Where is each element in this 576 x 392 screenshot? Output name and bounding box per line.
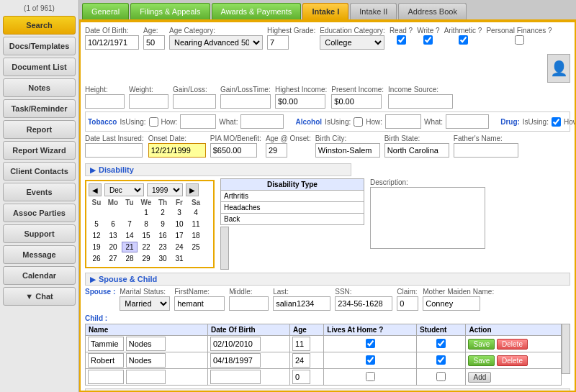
- height-input[interactable]: [85, 94, 125, 109]
- child-student-checkbox-2[interactable]: [436, 355, 446, 365]
- cal-cell[interactable]: 3: [171, 207, 187, 218]
- docs-templates-button[interactable]: Docs/Templates: [3, 37, 76, 55]
- cal-cell[interactable]: 15: [138, 230, 154, 241]
- cal-month-select[interactable]: Dec: [104, 183, 144, 196]
- arithmetic-checkbox[interactable]: [459, 35, 468, 45]
- cal-cell[interactable]: 26: [89, 253, 104, 264]
- disability-row[interactable]: Headaches: [221, 202, 364, 214]
- drug-isusing-checkbox[interactable]: [552, 117, 561, 127]
- cal-cell[interactable]: 25: [188, 242, 204, 252]
- tab-intake1[interactable]: Intake I: [302, 3, 348, 19]
- alcohol-isusing-checkbox[interactable]: [354, 117, 363, 127]
- highest-grade-input[interactable]: [267, 35, 289, 50]
- child-delete-button-2[interactable]: Delete: [497, 355, 528, 366]
- child-student-checkbox-1[interactable]: [436, 339, 446, 348]
- birth-state-input[interactable]: [384, 143, 449, 158]
- dob-input[interactable]: [85, 35, 139, 50]
- highest-income-input[interactable]: [275, 94, 325, 109]
- support-button[interactable]: Support: [3, 224, 76, 243]
- income-source-input[interactable]: [388, 94, 453, 109]
- cal-cell[interactable]: 18: [188, 230, 204, 241]
- cal-cell[interactable]: 29: [138, 253, 154, 264]
- disability-row[interactable]: Back: [221, 214, 364, 225]
- cal-cell[interactable]: 30: [155, 253, 171, 264]
- cal-prev-button[interactable]: ◀: [89, 183, 102, 196]
- gain-loss-time-input[interactable]: [220, 94, 271, 109]
- message-button[interactable]: Message: [3, 245, 76, 264]
- spouse-last-input[interactable]: [273, 296, 330, 311]
- tab-awards[interactable]: Awards & Payments: [212, 3, 302, 19]
- cal-cell[interactable]: 9: [155, 219, 171, 229]
- spouse-middle-input[interactable]: [229, 296, 269, 311]
- cal-cell[interactable]: 24: [171, 242, 187, 252]
- tab-intake2[interactable]: Intake II: [350, 3, 397, 19]
- fathers-name-input[interactable]: [454, 143, 518, 158]
- birth-city-input[interactable]: [315, 143, 380, 158]
- cal-cell[interactable]: 12: [89, 230, 104, 241]
- age-cat-select[interactable]: Nearing Advanced 50: [169, 35, 263, 50]
- claim-input[interactable]: [397, 296, 418, 311]
- date-last-insured-input[interactable]: [85, 143, 143, 158]
- age-input[interactable]: [143, 35, 165, 50]
- cal-cell[interactable]: 16: [155, 230, 171, 241]
- calendar-button[interactable]: Calendar: [3, 266, 76, 285]
- cal-cell[interactable]: 7: [122, 219, 138, 229]
- child-first-input-2[interactable]: [88, 353, 124, 368]
- notes-button[interactable]: Notes: [3, 78, 76, 97]
- spouse-child-section-header[interactable]: ▶ Spouse & Child: [85, 273, 570, 286]
- child-lives-checkbox-2[interactable]: [366, 355, 375, 365]
- cal-cell[interactable]: 5: [89, 219, 104, 229]
- chat-button[interactable]: ▼ Chat: [3, 287, 76, 306]
- spouse-firstname-input[interactable]: [174, 296, 225, 311]
- child-delete-button-1[interactable]: Delete: [497, 339, 528, 350]
- disability-scrollbar[interactable]: [220, 227, 229, 270]
- cal-cell[interactable]: 6: [105, 219, 121, 229]
- read-checkbox[interactable]: [397, 35, 406, 45]
- cal-next-button[interactable]: ▶: [186, 183, 199, 196]
- tab-address[interactable]: Address Book: [398, 3, 466, 19]
- cal-cell[interactable]: [105, 207, 121, 218]
- tab-filings[interactable]: Filings & Appeals: [130, 3, 210, 19]
- cal-cell[interactable]: 2: [155, 207, 171, 218]
- alcohol-how-input[interactable]: [385, 114, 421, 129]
- child-last-input-3[interactable]: [126, 370, 166, 384]
- cal-cell[interactable]: 23: [155, 242, 171, 252]
- child-dob-input-1[interactable]: [210, 337, 261, 351]
- cal-cell[interactable]: 20: [105, 242, 121, 252]
- weight-input[interactable]: [129, 94, 168, 109]
- write-checkbox[interactable]: [423, 35, 433, 45]
- child-lives-checkbox-1[interactable]: [366, 339, 375, 348]
- pia-mo-input[interactable]: [210, 143, 257, 158]
- tobacco-how-input[interactable]: [180, 114, 216, 129]
- child-last-input-2[interactable]: [126, 353, 166, 368]
- child-scrollbar[interactable]: [562, 324, 570, 374]
- disability-section-header[interactable]: ▶ Disability: [85, 163, 351, 176]
- tab-general[interactable]: General: [82, 3, 129, 19]
- cal-cell[interactable]: [89, 207, 104, 218]
- cal-cell[interactable]: 17: [171, 230, 187, 241]
- age-onset-input[interactable]: [266, 143, 287, 158]
- tobacco-isusing-checkbox[interactable]: [149, 117, 158, 127]
- cal-cell[interactable]: 1: [138, 207, 154, 218]
- tobacco-what-input[interactable]: [240, 114, 284, 129]
- edu-cat-select[interactable]: College: [320, 35, 384, 50]
- cal-cell[interactable]: [188, 253, 204, 264]
- gain-loss-input[interactable]: [173, 94, 216, 109]
- cal-cell[interactable]: 4: [188, 207, 204, 218]
- medicaid-section-header[interactable]: ▼ Medicaid: [85, 388, 570, 392]
- search-button[interactable]: Search: [3, 16, 76, 35]
- child-save-button-2[interactable]: Save: [468, 355, 495, 366]
- personal-fin-checkbox[interactable]: [515, 35, 524, 45]
- child-age-input-3[interactable]: [292, 370, 310, 384]
- events-button[interactable]: Events: [3, 183, 76, 201]
- child-lives-checkbox-3[interactable]: [366, 372, 375, 381]
- child-student-checkbox-3[interactable]: [436, 372, 446, 381]
- disability-row[interactable]: Arthritis: [221, 191, 364, 202]
- report-button[interactable]: Report: [3, 120, 76, 139]
- task-reminder-button[interactable]: Task/Reminder: [3, 99, 76, 118]
- alcohol-what-input[interactable]: [446, 114, 489, 129]
- child-dob-input-3[interactable]: [210, 370, 261, 384]
- cal-cell[interactable]: 13: [105, 230, 121, 241]
- mother-maiden-input[interactable]: [423, 296, 480, 311]
- cal-cell[interactable]: 31: [171, 253, 187, 264]
